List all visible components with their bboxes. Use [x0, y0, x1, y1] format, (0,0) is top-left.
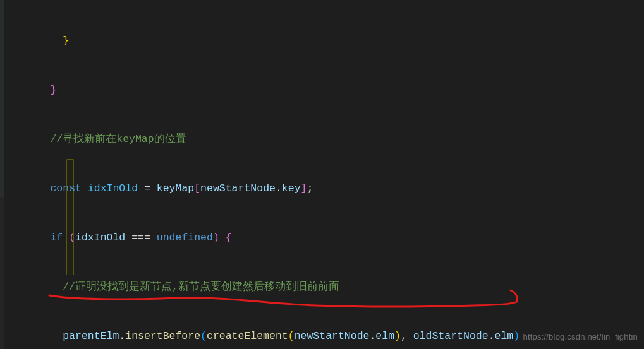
code-line[interactable]: //证明没找到是新节点,新节点要创建然后移动到旧前前面: [13, 279, 644, 295]
identifier: idxInOld: [88, 182, 138, 194]
comment: //寻找新前在keyMap的位置: [50, 133, 186, 145]
brace: }: [50, 84, 56, 96]
code-line[interactable]: const idxInOld = keyMap[newStartNode.key…: [13, 180, 644, 197]
code-line[interactable]: }: [13, 33, 644, 49]
identifier: key: [282, 182, 301, 194]
brace: }: [63, 35, 69, 47]
identifier: elm: [495, 330, 514, 342]
identifier: keyMap: [157, 182, 194, 194]
code-line[interactable]: //寻找新前在keyMap的位置: [13, 131, 644, 148]
identifier: newStartNode: [200, 182, 276, 194]
code-line[interactable]: if (idxInOld === undefined) {: [13, 230, 644, 246]
identifier: idxInOld: [75, 232, 125, 244]
code-line[interactable]: parentElm.insertBefore(createElement(new…: [13, 328, 644, 345]
function-call: createElement: [207, 330, 288, 342]
code-line[interactable]: }: [13, 82, 644, 98]
identifier: parentElm: [63, 330, 119, 342]
keyword: if: [50, 232, 63, 244]
code-editor[interactable]: } } //寻找新前在keyMap的位置 const idxInOld = ke…: [0, 0, 644, 349]
identifier: newStartNode: [295, 330, 370, 342]
code-area[interactable]: } } //寻找新前在keyMap的位置 const idxInOld = ke…: [4, 0, 644, 349]
undefined-literal: undefined: [157, 232, 213, 244]
function-call: insertBefore: [125, 330, 200, 342]
identifier: oldStartNode: [413, 330, 489, 342]
comment: //证明没找到是新节点,新节点要创建然后移动到旧前前面: [63, 281, 339, 293]
keyword: const: [50, 182, 82, 194]
operator: ===: [131, 232, 150, 244]
identifier: elm: [375, 330, 394, 342]
